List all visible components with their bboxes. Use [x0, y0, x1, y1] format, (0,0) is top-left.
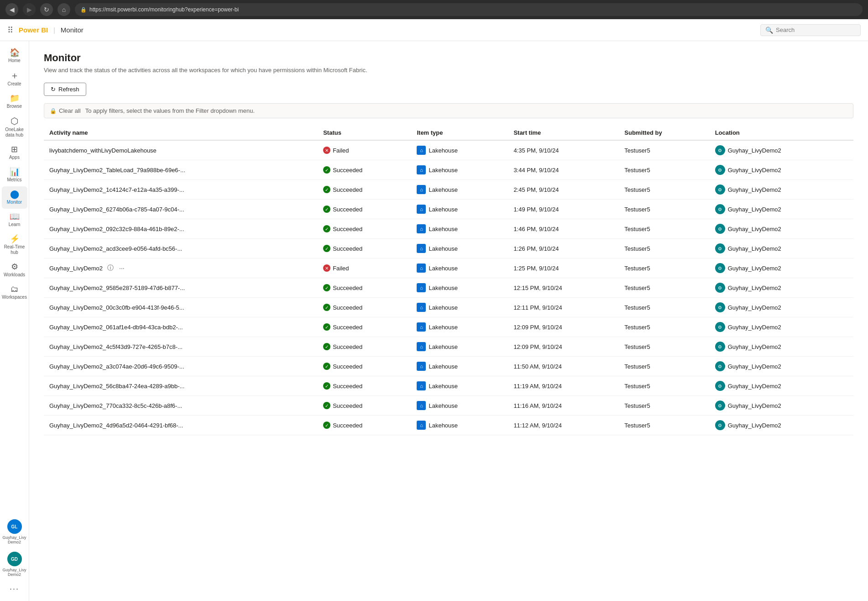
location-text: Guyhay_LivyDemo2 — [728, 147, 781, 154]
workspace-icon: ⚙ — [715, 342, 725, 352]
cell-activity-name: livybatchdemo_withLivyDemoLakehouse — [44, 140, 318, 160]
success-icon: ✓ — [323, 363, 330, 370]
table-row[interactable]: Guyhay_LivyDemo2_TableLoad_79a988be-69e6… — [44, 160, 853, 180]
sidebar-item-guyhay-avatar1[interactable]: GL Guyhay_Livy Demo2 — [2, 516, 27, 548]
item-type-text: Lakehouse — [429, 422, 458, 429]
cell-location: ⚙Guyhay_LivyDemo2 — [710, 278, 853, 298]
cell-status: ✓Succeeded — [318, 180, 411, 200]
lock-icon: 🔒 — [80, 7, 87, 13]
table-row[interactable]: Guyhay_LivyDemo2_acd3cee9-e056-4afd-bc56… — [44, 239, 853, 258]
cell-status: ✓Succeeded — [318, 376, 411, 396]
workspace-icon: ⚙ — [715, 381, 725, 391]
cell-start-time: 11:12 AM, 9/10/24 — [508, 416, 619, 435]
sidebar-label-metrics: Metrics — [7, 177, 21, 183]
location-text: Guyhay_LivyDemo2 — [728, 167, 781, 174]
cell-submitted-by: Testuser5 — [619, 219, 709, 239]
item-type-text: Lakehouse — [429, 226, 458, 232]
refresh-browser-button[interactable]: ↻ — [40, 3, 53, 16]
home-browser-button[interactable]: ⌂ — [58, 3, 70, 16]
failed-icon: ✕ — [323, 147, 330, 154]
item-type-text: Lakehouse — [429, 167, 458, 174]
status-text: Succeeded — [333, 343, 362, 350]
table-row[interactable]: Guyhay_LivyDemo2_092c32c9-884a-461b-89e2… — [44, 219, 853, 239]
table-row[interactable]: Guyhay_LivyDemo2_1c4124c7-e12a-4a35-a399… — [44, 180, 853, 200]
table-row[interactable]: Guyhay_LivyDemo2_6274b06a-c785-4a07-9c04… — [44, 200, 853, 219]
cell-status: ✓Succeeded — [318, 239, 411, 258]
col-header-itemtype: Item type — [411, 126, 508, 140]
sidebar-item-apps[interactable]: ⊞ Apps — [2, 142, 27, 164]
table-row[interactable]: Guyhay_LivyDemo2_4c5f43d9-727e-4265-b7c8… — [44, 337, 853, 357]
cell-item-type: ⌂Lakehouse — [411, 396, 508, 416]
table-body: livybatchdemo_withLivyDemoLakehouse✕Fail… — [44, 140, 853, 435]
location-text: Guyhay_LivyDemo2 — [728, 226, 781, 232]
sidebar-item-workloads[interactable]: ⚙ Workloads — [2, 259, 27, 281]
table-row[interactable]: Guyhay_LivyDemo2_9585e287-5189-47d6-b877… — [44, 278, 853, 298]
item-type-text: Lakehouse — [429, 304, 458, 311]
clear-all-button[interactable]: 🔒 Clear all — [50, 107, 81, 114]
location-text: Guyhay_LivyDemo2 — [728, 206, 781, 213]
cell-start-time: 12:09 PM, 9/10/24 — [508, 337, 619, 357]
cell-item-type: ⌂Lakehouse — [411, 357, 508, 376]
sidebar-item-realtime[interactable]: ⚡ Real-Time hub — [2, 231, 27, 259]
sidebar-item-create[interactable]: ＋ Create — [2, 67, 27, 90]
workspace-icon: ⚙ — [715, 243, 725, 253]
cell-status: ✓Succeeded — [318, 298, 411, 317]
search-box[interactable]: 🔍 — [760, 24, 861, 36]
status-text: Succeeded — [333, 186, 362, 193]
sidebar-item-guyhay-avatar2[interactable]: GD Guyhay_Livy Demo2 — [2, 548, 27, 580]
sidebar-item-onelake[interactable]: ⬡ OneLake data hub — [2, 113, 27, 142]
sidebar-item-browse[interactable]: 📁 Browse — [2, 90, 27, 113]
app-shell: ⠿ Power BI | Monitor 🔍 🏠 Home ＋ Create 📁… — [0, 19, 868, 601]
cell-activity-name: Guyhay_LivyDemo2_6274b06a-c785-4a07-9c04… — [44, 200, 318, 219]
item-type-text: Lakehouse — [429, 383, 458, 390]
info-button[interactable]: ⓘ — [105, 263, 115, 273]
table-row[interactable]: Guyhay_LivyDemo2_a3c074ae-20d6-49c6-9509… — [44, 357, 853, 376]
create-icon: ＋ — [10, 71, 19, 80]
apps-icon: ⊞ — [11, 145, 18, 153]
more-actions-button[interactable]: ··· — [117, 264, 126, 273]
table-row[interactable]: livybatchdemo_withLivyDemoLakehouse✕Fail… — [44, 140, 853, 160]
filter-bar: 🔒 Clear all To apply filters, select the… — [44, 103, 853, 118]
status-text: Succeeded — [333, 363, 362, 370]
clear-all-label: Clear all — [59, 107, 81, 114]
cell-activity-name: Guyhay_LivyDemo2_acd3cee9-e056-4afd-bc56… — [44, 239, 318, 258]
sidebar-label-apps: Apps — [9, 155, 20, 160]
table-row[interactable]: Guyhay_LivyDemo2ⓘ···✕Failed⌂Lakehouse1:2… — [44, 258, 853, 278]
search-icon: 🔍 — [765, 26, 773, 34]
table-row[interactable]: Guyhay_LivyDemo2_770ca332-8c5c-426b-a8f6… — [44, 396, 853, 416]
status-text: Succeeded — [333, 304, 362, 311]
sidebar-item-more[interactable]: ··· — [2, 580, 27, 597]
status-text: Succeeded — [333, 167, 362, 174]
table-row[interactable]: Guyhay_LivyDemo2_4d96a5d2-0464-4291-bf68… — [44, 416, 853, 435]
status-text: Succeeded — [333, 324, 362, 331]
cell-start-time: 4:35 PM, 9/10/24 — [508, 140, 619, 160]
sidebar: 🏠 Home ＋ Create 📁 Browse ⬡ OneLake data … — [0, 41, 29, 601]
waffle-menu-button[interactable]: ⠿ — [7, 25, 13, 35]
table-row[interactable]: Guyhay_LivyDemo2_00c3c0fb-e904-413f-9e46… — [44, 298, 853, 317]
sidebar-item-metrics[interactable]: 📊 Metrics — [2, 164, 27, 186]
search-input[interactable] — [776, 26, 856, 33]
forward-button[interactable]: ▶ — [23, 3, 36, 16]
table-row[interactable]: Guyhay_LivyDemo2_061af1e4-db94-43ca-bdb2… — [44, 317, 853, 337]
cell-submitted-by: Testuser5 — [619, 396, 709, 416]
sidebar-item-workspaces[interactable]: 🗂 Workspaces — [2, 281, 27, 304]
sidebar-item-home[interactable]: 🏠 Home — [2, 45, 27, 67]
lakehouse-icon: ⌂ — [417, 165, 426, 174]
cell-activity-name: Guyhay_LivyDemo2_00c3c0fb-e904-413f-9e46… — [44, 298, 318, 317]
cell-submitted-by: Testuser5 — [619, 337, 709, 357]
refresh-button[interactable]: ↻ Refresh — [44, 83, 86, 96]
status-text: Succeeded — [333, 402, 362, 409]
table-row[interactable]: Guyhay_LivyDemo2_56c8ba47-24ea-4289-a9bb… — [44, 376, 853, 396]
cell-start-time: 12:15 PM, 9/10/24 — [508, 278, 619, 298]
sidebar-item-monitor[interactable]: ⬤ Monitor — [2, 186, 27, 209]
url-bar[interactable]: 🔒 https://msit.powerbi.com/monitoringhub… — [75, 3, 863, 16]
cell-location: ⚙Guyhay_LivyDemo2 — [710, 140, 853, 160]
lakehouse-icon: ⌂ — [417, 303, 426, 312]
cell-submitted-by: Testuser5 — [619, 278, 709, 298]
lakehouse-icon: ⌂ — [417, 205, 426, 214]
back-button[interactable]: ◀ — [5, 3, 18, 16]
cell-location: ⚙Guyhay_LivyDemo2 — [710, 239, 853, 258]
sidebar-item-learn[interactable]: 📖 Learn — [2, 209, 27, 231]
cell-activity-name: Guyhay_LivyDemo2_TableLoad_79a988be-69e6… — [44, 160, 318, 180]
cell-item-type: ⌂Lakehouse — [411, 416, 508, 435]
